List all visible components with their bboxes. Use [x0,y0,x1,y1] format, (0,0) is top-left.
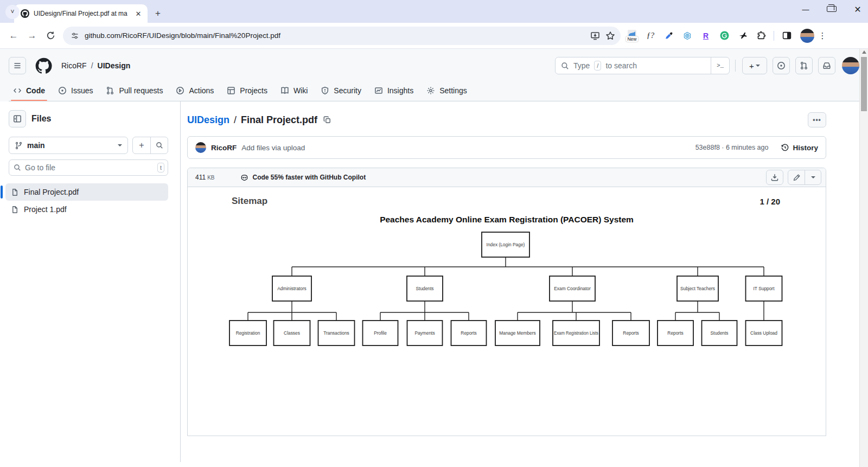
repo-breadcrumb: RicoRF / UIDesign [61,61,130,70]
code-icon [13,86,22,95]
sitemap-node-label: Reports [461,330,476,336]
sitemap-node-label: Profile [374,330,387,336]
new-tab-button[interactable]: + [155,8,161,19]
edit-dropdown-button[interactable] [805,170,821,184]
tab-settings[interactable]: Settings [422,80,471,101]
file-tree-item[interactable]: Project 1.pdf [5,201,168,218]
r-extension-icon[interactable]: R [698,27,714,45]
sitemap-node: Administrators [272,276,311,301]
window-minimize-button[interactable]: — [801,5,810,14]
search-tree-button[interactable] [150,137,168,153]
breadcrumb-file-name: Final Project.pdf [241,114,317,126]
browser-profile-avatar[interactable] [800,29,814,43]
url-text[interactable]: github.com/RicoRF/UIDesign/blob/main/Fin… [85,31,585,40]
extensions-puzzle-icon[interactable] [753,27,769,45]
eyedropper-extension-icon[interactable] [661,27,677,45]
function-extension-icon[interactable]: ƒ? [642,27,659,45]
window-close-button[interactable]: ✕ [853,4,863,15]
tab-actions[interactable]: Actions [171,80,218,101]
browser-menu-icon[interactable]: ⋮ [816,31,828,41]
branch-selector[interactable]: main [9,137,128,154]
github-header: RicoRF / UIDesign Type / to search >_ + [0,49,868,101]
sitemap-node: Exam Registration Lists [553,321,599,346]
tree-actions: + [132,137,168,154]
hamburger-menu-button[interactable] [9,57,26,74]
history-button[interactable]: History [781,143,818,152]
latest-commit-bar: RicoRF Add files via upload 53e88f8 · 6 … [187,136,826,159]
more-options-button[interactable]: ••• [808,112,826,127]
create-new-button[interactable]: + [742,57,767,74]
back-button[interactable]: ← [4,27,23,45]
search-icon [14,164,21,171]
page-scrollbar[interactable] [859,49,868,467]
branch-name: main [27,141,45,150]
copilot-banner[interactable]: Code 55% faster with GitHub Copilot [240,174,366,182]
file-icon [11,206,19,214]
commit-author-avatar[interactable] [195,142,206,153]
reading-list-extension-icon[interactable]: New [624,27,640,45]
actions-icon [176,86,184,95]
file-tree-sidebar: Files main + Go to file t Final Project.… [0,101,181,462]
issues-header-button[interactable] [773,57,790,74]
grammarly-extension-icon[interactable] [716,27,732,45]
sitemap-node: Registration [229,321,266,346]
tab-code[interactable]: Code [9,80,49,101]
new-badge: New [626,36,637,42]
sitemap-node: Reports [658,321,693,346]
owner-link[interactable]: RicoRF [61,61,87,70]
tab-close-icon[interactable]: ✕ [133,9,143,18]
plane-extension-icon[interactable] [735,27,751,45]
sitemap-node-label: Students [416,286,433,291]
hamburger-icon [13,61,22,70]
caret-down-icon [756,65,760,67]
sitemap-node: Profile [363,321,398,346]
site-info-icon[interactable] [71,31,79,40]
sitemap-node-label: Exam Registration Lists [554,330,598,336]
scrollbar-up-arrow[interactable] [862,50,866,54]
tab-search-button[interactable]: ˅ [5,5,20,19]
address-bar[interactable]: github.com/RicoRF/UIDesign/blob/main/Fin… [63,27,621,45]
repo-link[interactable]: UIDesign [98,61,131,70]
git-branch-icon [15,142,23,150]
global-search-input[interactable]: Type / to search >_ [555,57,730,74]
pull-request-icon [800,61,808,70]
web-hexagon-extension-icon[interactable] [679,27,695,45]
tab-wiki[interactable]: Wiki [276,80,312,101]
browser-tab[interactable]: UIDesign/Final Project.pdf at ma ✕ [14,4,148,23]
window-restore-button[interactable] [827,5,837,14]
t-key-hint: t [157,163,164,172]
edit-file-button[interactable] [788,170,805,184]
github-logo[interactable] [35,57,53,75]
side-panel-icon[interactable] [778,27,795,45]
forward-button[interactable]: → [23,27,41,45]
bookmark-star-icon[interactable] [605,31,615,41]
download-raw-button[interactable] [766,170,783,185]
collapse-sidebar-button[interactable] [9,110,26,127]
sitemap-node-label: Index (Login Page) [487,242,525,247]
tab-projects[interactable]: Projects [222,80,272,101]
command-palette-button[interactable]: >_ [711,57,729,74]
github-profile-avatar[interactable] [842,57,859,74]
commit-author[interactable]: RicoRF [211,144,237,152]
tab-security[interactable]: Security [316,80,366,101]
file-toolbar: 411KB Code 55% faster with GitHub Copilo… [188,168,826,187]
commit-message[interactable]: Add files via upload [241,144,305,152]
chevron-down-icon: ˅ [10,8,14,16]
copy-path-button[interactable] [323,116,331,124]
file-tree-item[interactable]: Final Project.pdf [5,183,168,201]
commit-sha-time[interactable]: 53e88f8 · 6 minutes ago [695,144,769,151]
scrollbar-thumb[interactable] [861,57,867,111]
tab-insights[interactable]: Insights [370,80,418,101]
inbox-button[interactable] [818,57,835,74]
go-to-file-input[interactable]: Go to file t [9,159,168,176]
caret-down-icon [811,176,815,178]
sitemap-node-label: Payments [414,330,435,336]
breadcrumb-repo-link[interactable]: UIDesign [187,114,229,126]
add-file-button[interactable]: + [133,137,150,153]
pull-requests-header-button[interactable] [795,57,813,74]
tab-pull-requests[interactable]: Pull requests [101,80,167,101]
sitemap-node: Subject Teachers [677,276,718,301]
install-icon[interactable] [590,31,600,41]
reload-button[interactable] [41,27,60,45]
tab-issues[interactable]: Issues [54,80,97,101]
